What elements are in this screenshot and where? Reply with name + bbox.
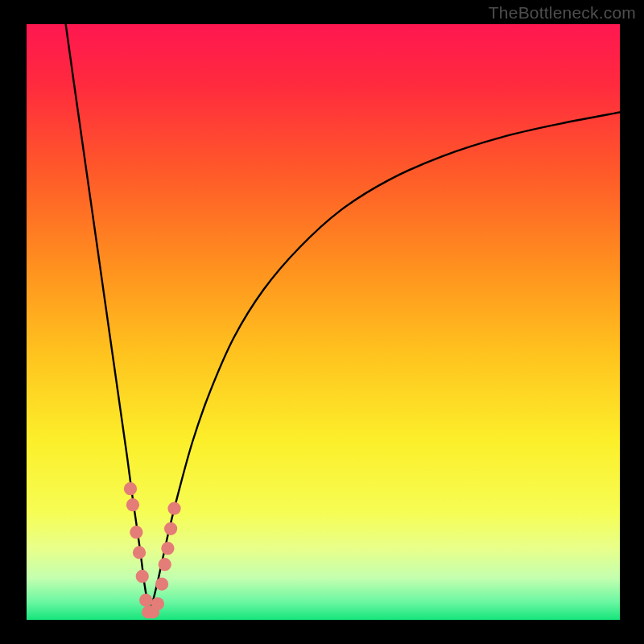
data-marker (136, 570, 149, 583)
data-marker (159, 558, 171, 571)
data-marker (164, 522, 177, 535)
plot-area (27, 24, 620, 620)
data-marker (130, 526, 142, 539)
data-marker (167, 502, 180, 515)
watermark-text: TheBottleneck.com (489, 3, 636, 23)
data-marker (126, 498, 139, 511)
gradient-background (27, 24, 620, 620)
data-marker (124, 482, 137, 495)
data-marker (161, 542, 174, 555)
chart-svg (27, 24, 620, 620)
data-marker (155, 577, 168, 590)
data-marker (139, 593, 152, 606)
data-marker (133, 546, 146, 559)
chart-frame: TheBottleneck.com (0, 0, 644, 644)
data-marker (151, 597, 164, 610)
